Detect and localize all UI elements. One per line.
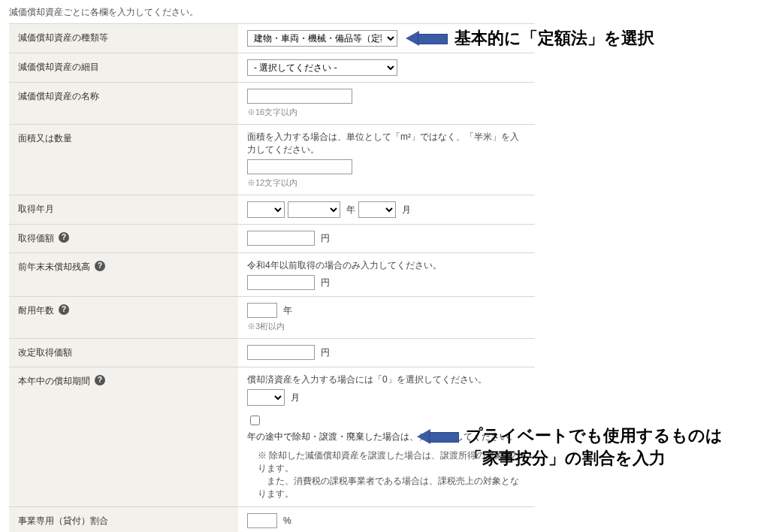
year-unit: 年 xyxy=(346,204,355,216)
help-icon[interactable]: ? xyxy=(59,304,69,315)
help-icon[interactable]: ? xyxy=(59,232,69,243)
era-select[interactable] xyxy=(247,201,285,218)
prev-balance-input[interactable] xyxy=(247,275,315,290)
yen-unit: 円 xyxy=(321,346,330,359)
area-input[interactable] xyxy=(247,159,352,174)
depperiod-desc: 償却済資産を入力する場合には「0」を選択してください。 xyxy=(247,373,526,386)
disposal-check-label: 年の途中で除却・譲渡・廃棄した場合は、チェックしてください。 xyxy=(247,431,518,443)
depreciation-form: 減価償却資産の種類等 建物・車両・機械・備品等（定額法） 減価償却資産の細目 -… xyxy=(9,23,535,532)
business-ratio-input[interactable] xyxy=(247,513,277,528)
percent-unit: % xyxy=(283,515,291,526)
year-unit2: 年 xyxy=(283,304,292,317)
month-unit: 月 xyxy=(402,204,411,216)
dep-period-select[interactable] xyxy=(247,389,285,406)
row-acqdate-label: 取得年月 xyxy=(9,195,238,224)
asset-type-select[interactable]: 建物・車両・機械・備品等（定額法） xyxy=(247,30,397,47)
area-desc: 面積を入力する場合は、単位として「m²」ではなく、「半米」を入力してください。 xyxy=(247,131,526,156)
disposal-note: ※ 除却した減価償却資産を譲渡した場合は、譲渡所得の対象となります。 また、消費… xyxy=(247,449,526,500)
row-depperiod-label: 本年中の償却期間 ? xyxy=(9,367,238,506)
row-revised-label: 改定取得価額 xyxy=(9,339,238,367)
asset-detail-select[interactable]: - 選択してください - xyxy=(247,59,397,76)
row-prevbal-label: 前年末未償却残高 ? xyxy=(9,253,238,296)
row-name-label: 減価償却資産の名称 xyxy=(9,83,238,124)
row-type-label: 減価償却資産の種類等 xyxy=(9,24,238,53)
asset-name-input[interactable] xyxy=(247,89,352,104)
revised-price-input xyxy=(247,345,315,360)
row-usefullife-label: 耐用年数 ? xyxy=(9,297,238,338)
yen-unit: 円 xyxy=(321,232,330,245)
row-acqprice-label: 取得価額 ? xyxy=(9,225,238,252)
asset-name-hint: ※16文字以内 xyxy=(247,107,526,118)
year-select[interactable] xyxy=(288,201,340,218)
row-area-label: 面積又は数量 xyxy=(9,125,238,195)
month-select[interactable] xyxy=(358,201,396,218)
help-icon[interactable]: ? xyxy=(95,261,105,271)
yen-unit: 円 xyxy=(321,277,330,289)
month-unit2: 月 xyxy=(291,391,300,404)
acq-price-input[interactable] xyxy=(247,231,315,246)
disposal-checkbox[interactable] xyxy=(250,416,260,425)
intro-text: 減価償却資産ごとに各欄を入力してください。 xyxy=(9,6,764,19)
prevbal-desc: 令和4年以前取得の場合のみ入力してください。 xyxy=(247,259,526,272)
row-bizratio-label: 事業専用（貸付）割合 xyxy=(9,507,238,532)
help-icon[interactable]: ? xyxy=(95,375,105,385)
area-hint: ※12文字以内 xyxy=(247,177,526,189)
row-detail-label: 減価償却資産の細目 xyxy=(9,53,238,82)
useful-life-hint: ※3桁以内 xyxy=(247,321,526,332)
useful-life-input[interactable] xyxy=(247,303,277,318)
